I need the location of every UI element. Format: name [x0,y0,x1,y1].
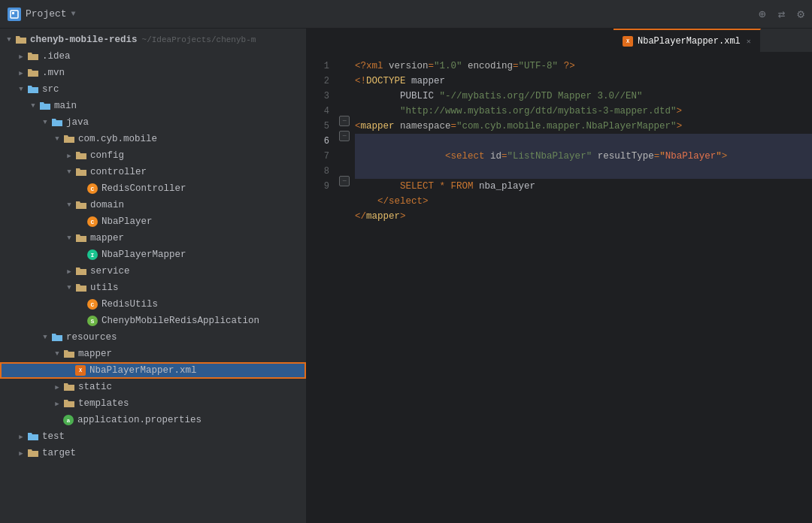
target-label: target [42,448,76,458]
sidebar-item-application-props[interactable]: a application.properties [0,412,306,428]
sidebar-item-com-cyb[interactable]: com.cyb.mobile [0,131,306,147]
src-arrow [15,83,27,95]
test-folder-icon [27,431,39,443]
java-label: java [66,117,89,128]
root-label: chenyb-mobile-redis [30,35,138,45]
domain-label: domain [90,200,124,210]
search-everywhere-icon[interactable]: ⊕ [759,7,766,22]
settings-icon[interactable]: ⚙ [797,7,804,22]
main-label: main [54,101,77,111]
run-anything-icon[interactable]: ⇄ [778,7,786,22]
templates-label: templates [78,398,129,409]
fold-icon-line9[interactable]: − [339,176,350,186]
line-num-1: 1 [307,59,337,74]
domain-folder-icon [75,199,87,211]
sidebar-item-nba-player[interactable]: C NbaPlayer [0,213,306,230]
idea-arrow [15,50,27,62]
java-folder-icon [51,116,63,128]
idea-folder-icon [27,50,39,62]
java-class-icon-3: C [87,299,98,310]
code-line-6: <select id="ListNbaPlayer" resultType="N… [355,134,812,179]
line-num-3: 3 [307,89,337,104]
editor-tab-nba-player-mapper[interactable]: X NbaPlayerMapper.xml ✕ [614,29,761,52]
java-interface-icon: I [87,249,98,260]
line-num-4: 4 [307,104,337,119]
sidebar-item-java[interactable]: java [0,114,306,131]
mvn-arrow [15,67,27,79]
application-props-label: application.properties [77,415,201,425]
tab-xml-icon: X [623,36,633,47]
mapper-res-folder-icon [63,348,75,360]
mapper-java-arrow [63,232,75,244]
controller-arrow [63,166,75,178]
sidebar-item-config[interactable]: config [0,147,306,164]
spring-class-icon: S [87,316,98,326]
code-line-2: <!DOCTYPE mapper [355,74,812,89]
line-num-2: 2 [307,74,337,89]
fold-icon-line6[interactable]: − [339,131,350,141]
line-num-5: 5 [307,119,337,134]
utils-arrow [63,282,75,294]
tab-label: NbaPlayerMapper.xml [638,36,741,47]
utils-label: utils [90,283,119,293]
code-line-3: PUBLIC "-//mybatis.org//DTD Mapper 3.0//… [355,89,812,104]
code-content[interactable]: <?xml version="1.0" encoding="UTF-8" ?> … [352,53,812,523]
sidebar-item-idea[interactable]: .idea [0,48,306,65]
title-bar-actions: ⊕ ⇄ ⚙ [759,7,804,22]
src-folder-icon [27,83,39,95]
java-class-icon: C [87,183,98,194]
sidebar-item-mapper-res[interactable]: mapper [0,346,306,362]
sidebar-item-controller[interactable]: controller [0,164,306,180]
redis-controller-label: RedisController [102,183,186,194]
code-editor[interactable]: 1 2 3 4 5 6 7 8 9 − − − [307,53,812,523]
resources-folder-icon [51,331,63,343]
target-arrow [15,447,27,459]
sidebar-item-nba-player-mapper-interface[interactable]: I NbaPlayerMapper [0,246,306,263]
sidebar-item-test[interactable]: test [0,428,306,445]
fold-icon-line5[interactable]: − [339,116,350,126]
sidebar-item-mapper-java[interactable]: mapper [0,230,306,246]
sidebar-item-app-main[interactable]: S ChenybMobileRedisApplication [0,313,306,329]
code-line-9: </mapper> [355,209,812,224]
line-num-7: 7 [307,149,337,164]
sidebar-item-redis-controller[interactable]: C RedisController [0,180,306,197]
mvn-label: .mvn [42,68,65,78]
code-line-4: "http://www.mybatis.org/dtd/mybatis-3-ma… [355,104,812,119]
sidebar-item-mvn[interactable]: .mvn [0,65,306,81]
config-folder-icon [75,150,87,162]
resources-arrow [39,331,51,343]
root-arrow [3,34,15,46]
nba-player-mapper-xml-label: NbaPlayerMapper.xml [89,365,197,376]
controller-label: controller [90,167,147,177]
tab-close-button[interactable]: ✕ [747,37,751,46]
templates-arrow [51,398,63,410]
static-folder-icon [63,381,75,393]
project-dropdown-arrow[interactable]: ▼ [71,10,76,18]
sidebar-item-main[interactable]: main [0,98,306,114]
root-path: ~/IdeaProjects/chenyb-m [142,35,256,44]
line-num-9: 9 [307,179,337,194]
sidebar-item-templates[interactable]: templates [0,395,306,412]
sidebar-item-target[interactable]: target [0,445,306,461]
sidebar-item-nba-player-mapper-xml[interactable]: X NbaPlayerMapper.xml [0,362,306,379]
sidebar-item-redis-utils[interactable]: C RedisUtils [0,296,306,313]
sidebar-item-service[interactable]: service [0,263,306,280]
static-label: static [78,382,112,392]
service-label: service [90,266,130,277]
editor-gutter: − − − [337,53,352,523]
redis-utils-label: RedisUtils [102,299,158,310]
test-arrow [15,431,27,443]
com-cyb-label: com.cyb.mobile [78,134,157,144]
sidebar-item-domain[interactable]: domain [0,197,306,213]
xml-file-icon: X [75,365,86,376]
sidebar-item-utils[interactable]: utils [0,280,306,296]
config-label: config [90,150,124,161]
controller-folder-icon [75,166,87,178]
static-arrow [51,381,63,393]
sidebar-item-src[interactable]: src [0,81,306,98]
sidebar-item-resources[interactable]: resources [0,329,306,346]
target-folder-icon [27,447,39,459]
sidebar-root-item[interactable]: chenyb-mobile-redis ~/IdeaProjects/cheny… [0,32,306,48]
sidebar-item-static[interactable]: static [0,379,306,395]
project-title: Project [26,8,67,20]
